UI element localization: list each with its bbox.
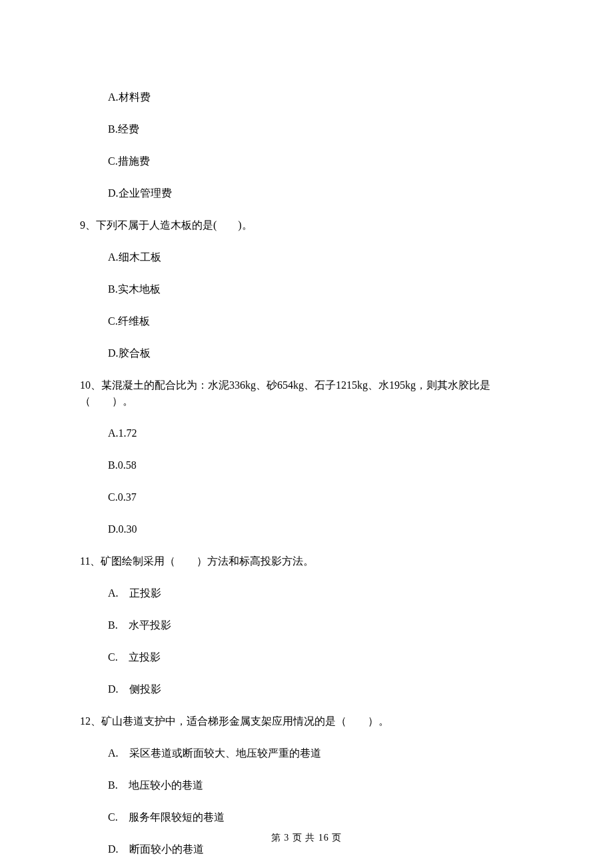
q10-option-c: C.0.37	[80, 489, 533, 505]
q10-stem: 10、某混凝土的配合比为：水泥336kg、砂654kg、石子1215kg、水19…	[80, 377, 533, 409]
q9-option-b: B.实木地板	[80, 281, 533, 297]
page-content: A.材料费 B.经费 C.措施费 D.企业管理费 9、下列不属于人造木板的是( …	[0, 0, 613, 857]
q10-option-b: B.0.58	[80, 457, 533, 473]
q12-option-c: C. 服务年限较短的巷道	[80, 809, 533, 825]
q9-option-a: A.细木工板	[80, 249, 533, 265]
q10-option-d: D.0.30	[80, 521, 533, 537]
q12-option-a: A. 采区巷道或断面较大、地压较严重的巷道	[80, 745, 533, 761]
q11-option-b: B. 水平投影	[80, 617, 533, 633]
q11-option-a: A. 正投影	[80, 585, 533, 601]
q11-stem: 11、矿图绘制采用（ ）方法和标高投影方法。	[80, 553, 533, 569]
q12-option-b: B. 地压较小的巷道	[80, 777, 533, 793]
q8-option-b: B.经费	[80, 121, 533, 137]
q9-stem: 9、下列不属于人造木板的是( )。	[80, 217, 533, 233]
page-footer: 第 3 页 共 16 页	[0, 831, 613, 845]
q11-option-c: C. 立投影	[80, 649, 533, 665]
q12-stem: 12、矿山巷道支护中，适合梯形金属支架应用情况的是（ ）。	[80, 713, 533, 729]
q9-option-d: D.胶合板	[80, 345, 533, 361]
q8-option-c: C.措施费	[80, 153, 533, 169]
q10-option-a: A.1.72	[80, 425, 533, 441]
q8-option-a: A.材料费	[80, 89, 533, 105]
q11-option-d: D. 侧投影	[80, 681, 533, 697]
q8-option-d: D.企业管理费	[80, 185, 533, 201]
q9-option-c: C.纤维板	[80, 313, 533, 329]
